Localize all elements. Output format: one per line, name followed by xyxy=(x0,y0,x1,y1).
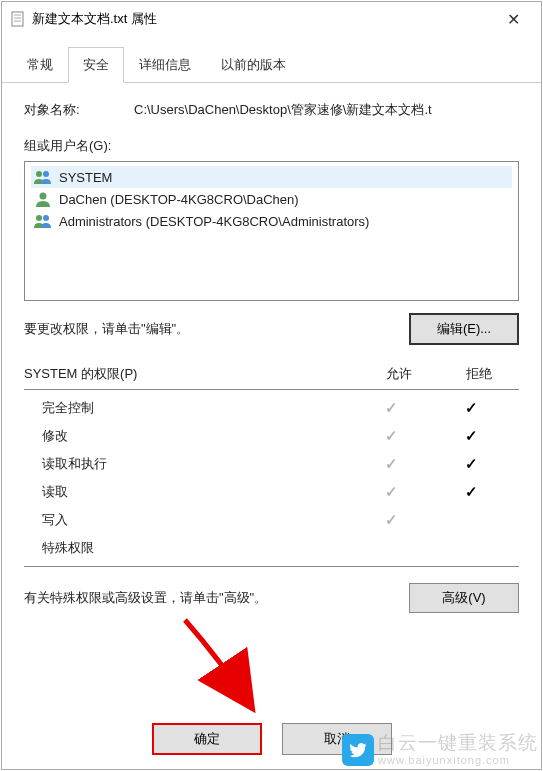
deny-check-icon: ✓ xyxy=(431,427,511,445)
allow-check-icon: ✓ xyxy=(351,483,431,501)
object-path: C:\Users\DaChen\Desktop\管家速修\新建文本文档.t xyxy=(134,101,519,119)
allow-check-icon: ✓ xyxy=(351,455,431,473)
list-item-label: DaChen (DESKTOP-4KG8CRO\DaChen) xyxy=(59,192,299,207)
svg-point-6 xyxy=(40,193,47,200)
document-icon xyxy=(10,11,26,27)
deny-check-icon: ✓ xyxy=(431,483,511,501)
allow-check-icon: ✓ xyxy=(351,399,431,417)
users-icon xyxy=(33,169,53,185)
svg-point-8 xyxy=(43,215,49,221)
tab-strip: 常规 安全 详细信息 以前的版本 xyxy=(2,46,541,83)
permissions-list: 完全控制 ✓ ✓ 修改 ✓ ✓ 读取和执行 ✓ ✓ 读取 ✓ ✓ 写入 ✓ xyxy=(24,389,519,567)
users-icon xyxy=(33,213,53,229)
tab-content: 对象名称: C:\Users\DaChen\Desktop\管家速修\新建文本文… xyxy=(2,83,541,709)
perm-name: 写入 xyxy=(32,511,351,529)
close-button[interactable]: ✕ xyxy=(493,10,533,29)
edit-hint: 要更改权限，请单击"编辑"。 xyxy=(24,320,409,338)
edit-button[interactable]: 编辑(E)... xyxy=(409,313,519,345)
allow-check-icon: ✓ xyxy=(351,511,431,529)
permissions-header: SYSTEM 的权限(P) 允许 拒绝 xyxy=(24,365,519,383)
titlebar: 新建文本文档.txt 属性 ✕ xyxy=(2,2,541,36)
perm-name: 特殊权限 xyxy=(32,539,351,557)
perm-name: 读取 xyxy=(32,483,351,501)
tab-details[interactable]: 详细信息 xyxy=(124,47,206,83)
perm-name: 完全控制 xyxy=(32,399,351,417)
cancel-button[interactable]: 取消 xyxy=(282,723,392,755)
user-icon xyxy=(33,191,53,207)
edit-row: 要更改权限，请单击"编辑"。 编辑(E)... xyxy=(24,313,519,345)
perm-row: 完全控制 ✓ ✓ xyxy=(24,394,519,422)
dialog-buttons: 确定 取消 xyxy=(2,709,541,769)
ok-button[interactable]: 确定 xyxy=(152,723,262,755)
list-item[interactable]: SYSTEM xyxy=(31,166,512,188)
allow-check-icon: ✓ xyxy=(351,427,431,445)
list-item[interactable]: Administrators (DESKTOP-4KG8CRO\Administ… xyxy=(31,210,512,232)
perm-row: 读取 ✓ ✓ xyxy=(24,478,519,506)
advanced-row: 有关特殊权限或高级设置，请单击"高级"。 高级(V) xyxy=(24,583,519,613)
object-label: 对象名称: xyxy=(24,101,134,119)
object-row: 对象名称: C:\Users\DaChen\Desktop\管家速修\新建文本文… xyxy=(24,101,519,119)
svg-point-4 xyxy=(36,171,42,177)
deny-header: 拒绝 xyxy=(439,365,519,383)
user-listbox[interactable]: SYSTEM DaChen (DESKTOP-4KG8CRO\DaChen) A… xyxy=(24,161,519,301)
perm-row: 写入 ✓ xyxy=(24,506,519,534)
list-item-label: SYSTEM xyxy=(59,170,112,185)
list-item[interactable]: DaChen (DESKTOP-4KG8CRO\DaChen) xyxy=(31,188,512,210)
permissions-title: SYSTEM 的权限(P) xyxy=(24,365,359,383)
tab-previous-versions[interactable]: 以前的版本 xyxy=(206,47,301,83)
perm-name: 读取和执行 xyxy=(32,455,351,473)
tab-general[interactable]: 常规 xyxy=(12,47,68,83)
perm-row: 修改 ✓ ✓ xyxy=(24,422,519,450)
properties-dialog: 新建文本文档.txt 属性 ✕ 常规 安全 详细信息 以前的版本 对象名称: C… xyxy=(1,1,542,770)
svg-rect-0 xyxy=(12,12,23,26)
perm-row: 读取和执行 ✓ ✓ xyxy=(24,450,519,478)
list-item-label: Administrators (DESKTOP-4KG8CRO\Administ… xyxy=(59,214,369,229)
advanced-hint: 有关特殊权限或高级设置，请单击"高级"。 xyxy=(24,589,409,607)
svg-point-5 xyxy=(43,171,49,177)
allow-header: 允许 xyxy=(359,365,439,383)
groups-label: 组或用户名(G): xyxy=(24,137,519,155)
window-title: 新建文本文档.txt 属性 xyxy=(32,10,493,28)
perm-row: 特殊权限 xyxy=(24,534,519,562)
tab-security[interactable]: 安全 xyxy=(68,47,124,83)
advanced-button[interactable]: 高级(V) xyxy=(409,583,519,613)
deny-check-icon: ✓ xyxy=(431,399,511,417)
deny-check-icon: ✓ xyxy=(431,455,511,473)
svg-point-7 xyxy=(36,215,42,221)
perm-name: 修改 xyxy=(32,427,351,445)
